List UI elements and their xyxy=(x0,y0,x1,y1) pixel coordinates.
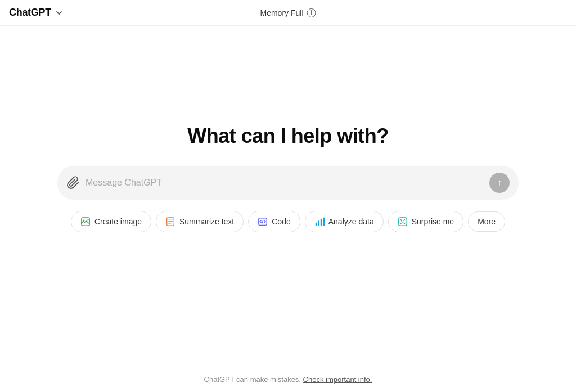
svg-rect-7 xyxy=(316,222,317,225)
more-label: More xyxy=(478,217,496,226)
create-image-button[interactable]: Create image xyxy=(71,211,151,232)
footer: ChatGPT can make mistakes. Check importa… xyxy=(0,374,576,384)
surprise-icon xyxy=(398,217,408,227)
svg-rect-9 xyxy=(321,219,322,226)
code-label: Code xyxy=(272,217,290,226)
summarize-text-label: Summarize text xyxy=(179,217,234,226)
surprise-me-label: Surprise me xyxy=(412,217,454,226)
more-button[interactable]: More xyxy=(468,211,505,232)
brand-button[interactable]: ChatGPT xyxy=(9,7,64,19)
summarize-icon xyxy=(165,217,176,227)
send-arrow-icon: ↑ xyxy=(497,178,502,187)
analyze-data-button[interactable]: Analyze data xyxy=(305,211,384,232)
svg-point-12 xyxy=(401,220,402,221)
code-icon xyxy=(258,217,268,227)
memory-label: Memory Full xyxy=(260,8,303,17)
header: ChatGPT Memory Full i xyxy=(0,0,576,26)
memory-status: Memory Full i xyxy=(260,8,316,17)
surprise-me-button[interactable]: Surprise me xyxy=(388,211,464,232)
main-content: What can I help with? ↑ Create image xyxy=(0,9,576,347)
chevron-down-icon xyxy=(55,8,64,17)
message-input[interactable] xyxy=(86,178,484,188)
svg-rect-8 xyxy=(318,220,320,226)
svg-point-13 xyxy=(403,220,404,221)
send-button[interactable]: ↑ xyxy=(489,173,510,193)
code-button[interactable]: Code xyxy=(248,211,300,232)
create-image-icon xyxy=(80,217,91,227)
summarize-text-button[interactable]: Summarize text xyxy=(156,211,244,232)
footer-link[interactable]: Check important info. xyxy=(303,375,372,384)
action-buttons: Create image Summarize text Code xyxy=(57,211,519,232)
attach-icon[interactable] xyxy=(66,176,80,190)
create-image-label: Create image xyxy=(94,217,142,226)
svg-rect-11 xyxy=(398,217,406,225)
svg-rect-10 xyxy=(323,217,325,225)
footer-disclaimer: ChatGPT can make mistakes. Check importa… xyxy=(204,375,372,384)
info-icon[interactable]: i xyxy=(307,8,316,17)
analyze-icon xyxy=(314,217,325,227)
headline: What can I help with? xyxy=(187,124,389,148)
input-container: ↑ xyxy=(57,166,519,200)
analyze-data-label: Analyze data xyxy=(328,217,374,226)
brand-title: ChatGPT xyxy=(9,7,51,19)
